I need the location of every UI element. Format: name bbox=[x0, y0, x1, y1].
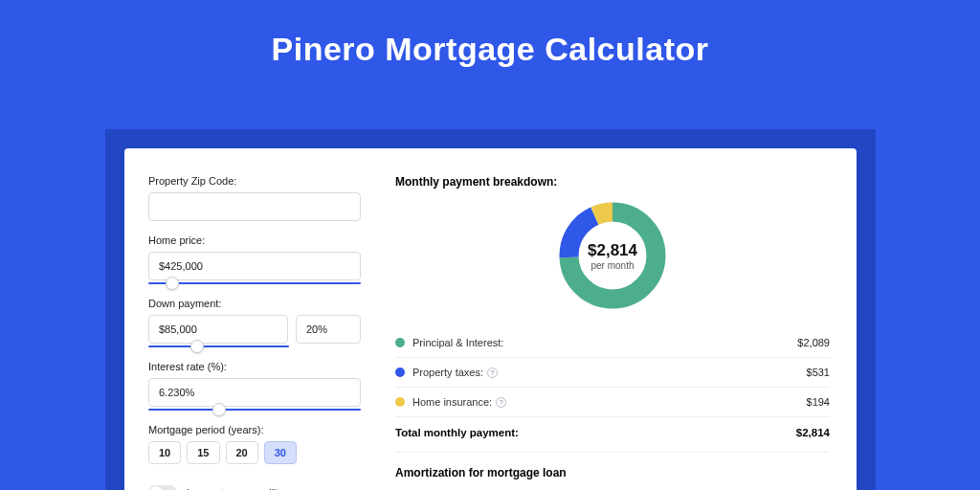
interest-label: Interest rate (%): bbox=[148, 361, 361, 372]
legend-dot-icon bbox=[395, 368, 405, 377]
home-price-slider[interactable] bbox=[148, 282, 361, 284]
donut-amount: $2,814 bbox=[588, 241, 637, 260]
legend-value: $2,089 bbox=[797, 337, 830, 348]
interest-slider-thumb[interactable] bbox=[212, 403, 226, 416]
legend-row: Property taxes:?$531 bbox=[395, 358, 830, 388]
legend-label: Home insurance:? bbox=[412, 396, 807, 408]
down-payment-label: Down payment: bbox=[148, 298, 361, 309]
legend-dot-icon bbox=[395, 338, 405, 347]
period-btn-15[interactable]: 15 bbox=[187, 441, 219, 464]
donut-chart-wrap: $2,814 per month bbox=[395, 198, 830, 313]
zip-label: Property Zip Code: bbox=[148, 175, 361, 187]
amortization-title: Amortization for mortgage loan bbox=[395, 466, 830, 479]
down-payment-group: Down payment: bbox=[148, 298, 361, 347]
down-payment-amount-input[interactable] bbox=[148, 315, 288, 344]
breakdown-title: Monthly payment breakdown: bbox=[395, 175, 830, 189]
home-price-input[interactable] bbox=[148, 252, 361, 280]
breakdown-column: Monthly payment breakdown: $2,814 per mo… bbox=[378, 148, 857, 490]
home-price-label: Home price: bbox=[148, 234, 361, 246]
veteran-toggle-knob bbox=[149, 486, 163, 490]
interest-input[interactable] bbox=[148, 378, 361, 407]
down-payment-slider[interactable] bbox=[148, 345, 289, 347]
legend-label: Principal & Interest: bbox=[412, 337, 797, 348]
legend-value: $194 bbox=[807, 396, 830, 408]
legend-label-text: Property taxes: bbox=[412, 367, 483, 378]
donut-sub: per month bbox=[588, 260, 637, 271]
legend-value: $531 bbox=[807, 367, 830, 378]
total-value: $2,814 bbox=[796, 427, 830, 438]
veteran-toggle[interactable] bbox=[148, 485, 177, 490]
legend-row: Principal & Interest:$2,089 bbox=[395, 328, 830, 358]
form-column: Property Zip Code: Home price: Down paym… bbox=[124, 148, 378, 490]
interest-group: Interest rate (%): bbox=[148, 361, 361, 411]
total-row: Total monthly payment: $2,814 bbox=[395, 416, 830, 452]
legend-label: Property taxes:? bbox=[412, 367, 807, 378]
legend-label-text: Principal & Interest: bbox=[412, 337, 503, 348]
legend-label-text: Home insurance: bbox=[412, 396, 492, 408]
period-btn-10[interactable]: 10 bbox=[148, 441, 181, 464]
total-label: Total monthly payment: bbox=[395, 427, 519, 438]
down-payment-pct-input[interactable] bbox=[296, 315, 361, 344]
period-label: Mortgage period (years): bbox=[148, 424, 361, 435]
down-payment-slider-thumb[interactable] bbox=[190, 340, 204, 353]
donut-center: $2,814 per month bbox=[588, 241, 637, 271]
veteran-row: I am veteran or military bbox=[148, 485, 361, 490]
interest-slider[interactable] bbox=[148, 409, 361, 411]
zip-group: Property Zip Code: bbox=[148, 175, 361, 221]
page-title: Pinero Mortgage Calculator bbox=[0, 0, 980, 68]
period-group: Mortgage period (years): 10152030 bbox=[148, 424, 361, 464]
amortization-section: Amortization for mortgage loan Amortizat… bbox=[395, 452, 830, 490]
calculator-card: Property Zip Code: Home price: Down paym… bbox=[124, 148, 857, 490]
info-icon[interactable]: ? bbox=[487, 368, 498, 378]
info-icon[interactable]: ? bbox=[496, 397, 506, 408]
legend-dot-icon bbox=[395, 397, 405, 407]
home-price-group: Home price: bbox=[148, 234, 361, 284]
legend-row: Home insurance:?$194 bbox=[395, 388, 830, 416]
period-btn-20[interactable]: 20 bbox=[226, 441, 258, 464]
home-price-slider-thumb[interactable] bbox=[166, 277, 179, 290]
zip-input[interactable] bbox=[148, 192, 361, 221]
period-btn-30[interactable]: 30 bbox=[264, 441, 297, 464]
